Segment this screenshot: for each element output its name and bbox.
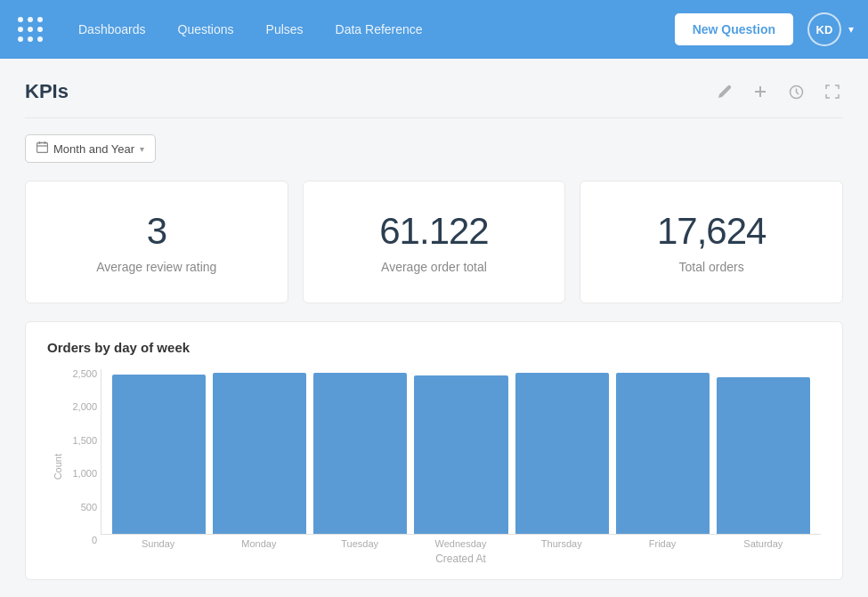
x-label-sunday: Sunday <box>111 538 205 549</box>
svg-point-8 <box>37 36 43 42</box>
svg-point-4 <box>28 27 33 32</box>
kpi-value-2: 17,624 <box>657 210 766 253</box>
divider <box>25 117 843 118</box>
bar-wednesday[interactable] <box>414 375 507 534</box>
dashboard-title: KPIs <box>25 80 69 103</box>
nav-links: Dashboards Questions Pulses Data Referen… <box>64 15 675 44</box>
nav-questions[interactable]: Questions <box>164 15 248 44</box>
kpi-card-0: 3 Average review rating <box>25 181 288 303</box>
kpi-row: 3 Average review rating 61.122 Average o… <box>25 181 843 303</box>
bar-saturday[interactable] <box>717 377 810 534</box>
x-label-wednesday: Wednesday <box>414 538 507 549</box>
navbar: Dashboards Questions Pulses Data Referen… <box>0 0 868 59</box>
kpi-label-0: Average review rating <box>96 260 216 274</box>
chart-card: Orders by day of week Count 2,500 2,000 … <box>25 321 843 580</box>
bar-sunday[interactable] <box>112 375 206 534</box>
svg-point-5 <box>37 27 43 32</box>
chart-title: Orders by day of week <box>47 340 821 355</box>
svg-point-6 <box>18 36 23 42</box>
nav-data-reference[interactable]: Data Reference <box>321 15 437 44</box>
y-tick-1: 2,000 <box>72 402 97 412</box>
x-label-thursday: Thursday <box>515 538 608 549</box>
avatar[interactable]: KD <box>807 12 841 46</box>
kpi-value-1: 61.122 <box>379 210 488 253</box>
new-question-button[interactable]: New Question <box>675 13 793 45</box>
x-label-monday: Monday <box>212 538 305 549</box>
y-tick-2: 1,500 <box>72 436 97 446</box>
filter-label: Month and Year <box>53 142 134 156</box>
nav-dashboards[interactable]: Dashboards <box>64 15 160 44</box>
x-labels-area: SundayMondayTuesdayWednesdayThursdayFrid… <box>101 535 821 549</box>
main-content: KPIs <box>0 59 868 597</box>
svg-point-3 <box>18 27 23 32</box>
bar-monday[interactable] <box>213 373 306 534</box>
dashboard-header: KPIs <box>25 80 843 103</box>
x-axis-title: Created At <box>101 553 821 565</box>
x-label-tuesday: Tuesday <box>313 538 407 549</box>
add-card-button[interactable] <box>750 81 771 102</box>
x-label-saturday: Saturday <box>717 538 810 549</box>
bar-thursday[interactable] <box>515 373 609 534</box>
filter-chevron-icon: ▾ <box>140 144 144 154</box>
edit-dashboard-button[interactable] <box>714 81 735 102</box>
avatar-chevron-icon[interactable]: ▾ <box>848 23 854 36</box>
svg-rect-10 <box>37 143 48 153</box>
svg-point-2 <box>37 17 43 22</box>
month-year-filter[interactable]: Month and Year ▾ <box>25 134 156 163</box>
filter-bar: Month and Year ▾ <box>25 134 843 163</box>
fullscreen-button[interactable] <box>822 81 843 102</box>
kpi-card-2: 17,624 Total orders <box>580 181 843 303</box>
y-axis-label: Count <box>53 454 63 480</box>
svg-point-7 <box>28 36 33 42</box>
history-button[interactable] <box>785 81 807 103</box>
svg-point-1 <box>28 17 33 22</box>
y-tick-0: 2,500 <box>72 369 97 379</box>
bars-area <box>101 369 821 535</box>
calendar-icon <box>37 141 48 156</box>
nav-pulses[interactable]: Pulses <box>252 15 318 44</box>
kpi-value-0: 3 <box>147 210 166 253</box>
logo <box>14 13 46 45</box>
kpi-label-2: Total orders <box>679 260 744 274</box>
bar-friday[interactable] <box>616 373 710 534</box>
bar-tuesday[interactable] <box>313 373 407 534</box>
header-actions <box>714 81 843 103</box>
svg-point-0 <box>18 17 23 22</box>
kpi-label-1: Average order total <box>381 260 487 274</box>
kpi-card-1: 61.122 Average order total <box>303 181 566 303</box>
y-tick-3: 1,000 <box>72 469 97 479</box>
y-tick-4: 500 <box>81 503 97 512</box>
x-label-friday: Friday <box>615 538 709 549</box>
y-tick-5: 0 <box>92 536 97 545</box>
y-axis-ticks: 2,500 2,000 1,500 1,000 500 0 <box>69 369 101 565</box>
